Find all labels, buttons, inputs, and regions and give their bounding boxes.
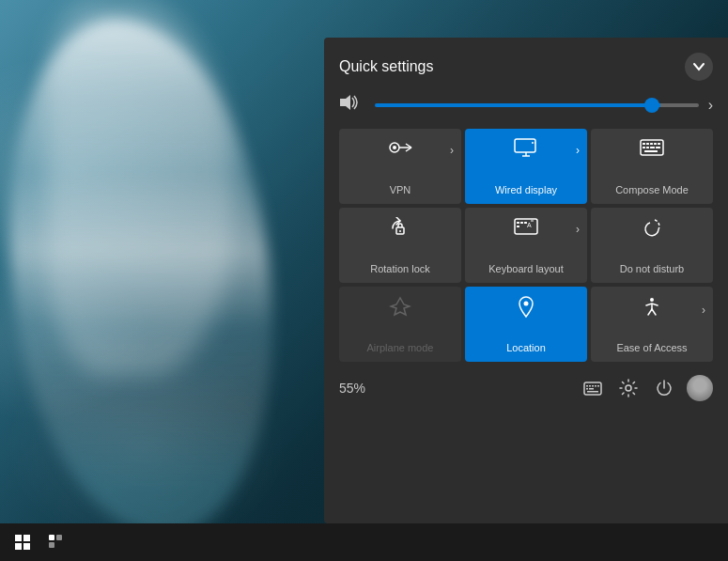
svg-rect-22 — [658, 143, 660, 145]
bottom-icons — [580, 375, 713, 401]
tile-do-not-disturb-top — [598, 217, 705, 243]
ease-of-access-icon — [598, 296, 705, 324]
start-button[interactable] — [8, 527, 38, 557]
avatar-image — [687, 375, 713, 401]
foam-decoration-2 — [47, 0, 235, 376]
svg-rect-43 — [595, 385, 596, 387]
location-icon — [472, 296, 580, 324]
do-not-disturb-icon — [598, 217, 705, 243]
settings-bottom-icon[interactable] — [615, 375, 642, 401]
tile-location[interactable]: Location — [465, 287, 587, 362]
svg-rect-5 — [49, 542, 54, 548]
speaker-icon — [339, 94, 360, 111]
svg-rect-41 — [589, 385, 591, 387]
svg-rect-3 — [23, 543, 30, 550]
tile-airplane-mode-top — [347, 296, 454, 324]
tile-ease-of-access-top: › — [598, 296, 705, 324]
svg-rect-21 — [654, 143, 657, 145]
tile-ease-of-access[interactable]: › Ease of Access — [591, 287, 713, 362]
tile-keyboard-layout-label: Keyboard layout — [488, 263, 564, 275]
svg-rect-31 — [517, 222, 519, 224]
tile-compose-mode[interactable]: Compose Mode — [591, 129, 713, 204]
tile-wired-display-top: › — [472, 138, 580, 163]
tile-vpn-top: › — [347, 138, 454, 163]
tile-vpn[interactable]: › VPN — [339, 129, 461, 204]
wired-display-chevron-icon: › — [576, 144, 580, 157]
tile-keyboard-layout-top: A › — [472, 217, 580, 242]
svg-rect-44 — [597, 385, 599, 387]
svg-rect-45 — [586, 388, 588, 390]
keyboard-layout-chevron-icon: › — [576, 223, 580, 236]
battery-percentage: 55% — [339, 381, 365, 396]
tile-keyboard-layout[interactable]: A › Keyboard layout — [465, 208, 587, 283]
tile-wired-display-label: Wired display — [495, 184, 557, 196]
tile-rotation-lock[interactable]: Rotation lock — [339, 208, 461, 283]
tile-rotation-lock-label: Rotation lock — [370, 263, 430, 275]
svg-rect-1 — [23, 535, 30, 541]
tile-do-not-disturb-label: Do not disturb — [620, 263, 684, 275]
expand-button[interactable] — [685, 53, 713, 81]
keyboard-layout-icon: A — [472, 217, 580, 242]
tile-rotation-lock-top — [347, 217, 454, 245]
power-bottom-icon[interactable] — [651, 375, 677, 401]
svg-rect-20 — [650, 143, 653, 145]
svg-rect-32 — [520, 222, 523, 224]
svg-rect-13 — [515, 139, 535, 152]
bottom-bar: 55% — [339, 375, 713, 401]
tile-ease-of-access-label: Ease of Access — [616, 342, 687, 354]
svg-rect-25 — [650, 147, 655, 148]
svg-rect-2 — [15, 543, 22, 550]
svg-point-29 — [399, 230, 401, 232]
compose-mode-icon — [598, 138, 705, 163]
svg-point-37 — [524, 302, 529, 306]
tile-location-label: Location — [506, 342, 546, 354]
volume-icon — [339, 94, 365, 116]
svg-rect-46 — [589, 388, 594, 390]
task-view-button[interactable] — [41, 527, 71, 557]
keyboard-bottom-icon[interactable] — [580, 375, 606, 401]
tile-wired-display[interactable]: › Wired display — [465, 129, 587, 204]
svg-rect-23 — [643, 147, 645, 148]
ease-of-access-chevron-icon: › — [702, 304, 705, 317]
chevron-down-icon — [692, 60, 705, 73]
tile-airplane-mode[interactable]: Airplane mode — [339, 287, 461, 362]
panel-title: Quick settings — [339, 58, 433, 75]
taskbar — [0, 523, 728, 561]
rotation-lock-icon — [347, 217, 454, 245]
svg-rect-27 — [644, 150, 658, 152]
svg-rect-34 — [517, 226, 519, 227]
avatar[interactable] — [687, 375, 713, 401]
tile-airplane-mode-label: Airplane mode — [367, 342, 434, 354]
svg-rect-24 — [646, 147, 649, 148]
svg-point-48 — [626, 385, 631, 391]
volume-slider[interactable] — [375, 96, 699, 115]
svg-point-9 — [393, 146, 396, 149]
tile-compose-mode-top — [598, 138, 705, 163]
tile-compose-mode-label: Compose Mode — [615, 184, 689, 196]
svg-marker-7 — [340, 95, 350, 110]
vpn-chevron-icon: › — [450, 144, 454, 157]
svg-rect-6 — [56, 535, 62, 540]
tile-vpn-label: VPN — [390, 184, 411, 196]
volume-thumb — [644, 98, 659, 113]
volume-expand-arrow[interactable]: › — [708, 97, 713, 114]
wired-display-icon — [472, 138, 580, 163]
svg-point-38 — [650, 298, 654, 302]
tiles-grid: › VPN › Wired display — [339, 129, 713, 362]
svg-rect-42 — [592, 385, 594, 387]
panel-header: Quick settings — [339, 53, 713, 81]
svg-rect-0 — [15, 535, 22, 541]
svg-rect-40 — [586, 385, 588, 387]
tile-location-top — [472, 296, 580, 324]
svg-rect-18 — [643, 143, 645, 145]
svg-rect-47 — [587, 391, 598, 393]
volume-row: › — [339, 94, 713, 116]
svg-rect-19 — [646, 143, 649, 145]
airplane-mode-icon — [347, 296, 454, 324]
volume-track — [375, 103, 699, 107]
quick-settings-panel: Quick settings › — [324, 38, 728, 523]
svg-rect-4 — [49, 535, 54, 540]
tile-do-not-disturb[interactable]: Do not disturb — [591, 208, 713, 283]
svg-rect-26 — [656, 147, 660, 148]
vpn-icon — [347, 138, 454, 163]
